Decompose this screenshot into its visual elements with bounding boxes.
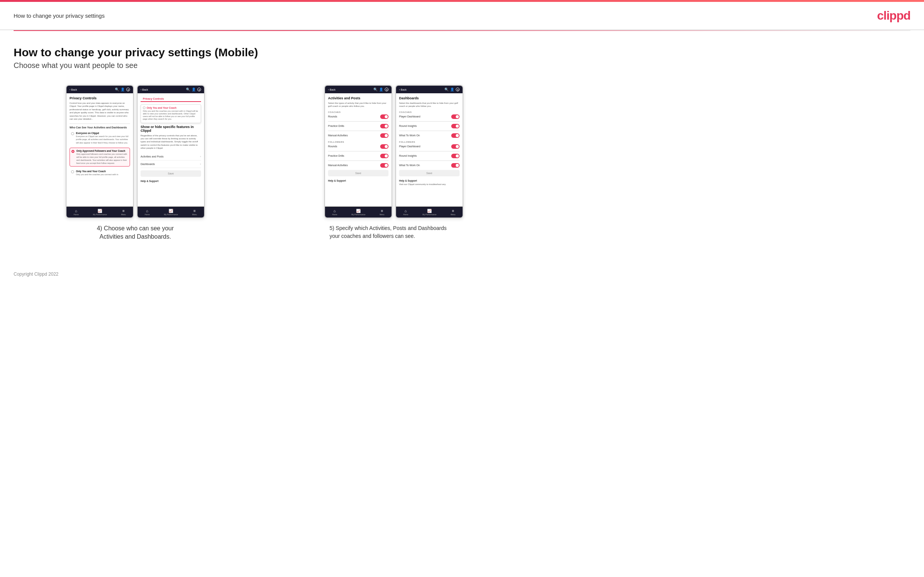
people-icon-5b[interactable]: 👤 bbox=[450, 88, 454, 91]
home-label-5a: Home bbox=[332, 213, 337, 216]
home-label-5b: Home bbox=[403, 213, 408, 216]
nav-home-5b[interactable]: ⌂ Home bbox=[403, 209, 408, 216]
search-icon-5a[interactable]: 🔍 bbox=[373, 88, 378, 91]
people-icon-5a[interactable]: 👤 bbox=[379, 88, 383, 91]
toggle-rounds-followers-switch[interactable] bbox=[380, 144, 388, 149]
header: How to change your privacy settings clip… bbox=[0, 2, 924, 30]
toggle-player-dash-followers-switch[interactable] bbox=[451, 144, 460, 149]
radio-everyone[interactable] bbox=[71, 132, 74, 135]
toggle-drills-followers-switch[interactable] bbox=[380, 154, 388, 158]
option-approved-label: Only Approved Followers and Your Coach bbox=[76, 150, 128, 152]
people-icon-4b[interactable]: 👤 bbox=[192, 88, 196, 91]
radio-approved[interactable] bbox=[71, 150, 74, 153]
nav-perf-4a[interactable]: 📈 My Performance bbox=[93, 209, 107, 216]
option-coach-only-content: Only You and Your Coach Only you and the… bbox=[76, 170, 118, 176]
save-button-5a[interactable]: Save bbox=[328, 170, 388, 176]
settings-icon-5b[interactable]: ⊕ bbox=[456, 88, 460, 91]
nav-menu-4a[interactable]: ≡ Menu bbox=[121, 209, 126, 216]
help-support-desc-5b: Visit our Clippd community to troublesho… bbox=[399, 183, 460, 186]
back-button-4a[interactable]: ‹ Back bbox=[69, 89, 77, 91]
phone-5a-bottom-nav: ⌂ Home 📈 My Performance ≡ Menu bbox=[325, 206, 391, 218]
drills-followers-label: Practice Drills bbox=[328, 155, 344, 157]
followers-label-5b: FOLLOWERS bbox=[399, 141, 460, 143]
back-button-5b[interactable]: ‹ Back bbox=[399, 89, 407, 91]
nav-menu-5a[interactable]: ≡ Menu bbox=[380, 209, 385, 216]
nav-home-4a[interactable]: ⌂ Home bbox=[74, 209, 79, 216]
settings-icon-5a[interactable]: ⊕ bbox=[385, 88, 388, 91]
rounds-coaches-label: Rounds bbox=[328, 115, 337, 118]
toggle-drills-followers: Practice Drills bbox=[328, 154, 388, 158]
save-button-4b[interactable]: Save bbox=[141, 170, 201, 177]
nav-icons-4a: 🔍 👤 ⊕ bbox=[115, 88, 130, 91]
option-coach-only[interactable]: Only You and Your Coach Only you and the… bbox=[69, 168, 130, 177]
manual-coaches-label: Manual Activities bbox=[328, 134, 348, 137]
home-icon-5a: ⌂ bbox=[334, 209, 336, 213]
show-hide-desc: Regardless of the privacy controls that … bbox=[141, 134, 201, 150]
div-5b-4 bbox=[399, 161, 460, 161]
menu-dashboards[interactable]: Dashboards › bbox=[141, 161, 201, 168]
nav-perf-5b[interactable]: 📈 My Performance bbox=[423, 209, 436, 216]
settings-icon-4a[interactable]: ⊕ bbox=[126, 88, 130, 91]
caption-5: 5) Specify which Activities, Posts and D… bbox=[330, 224, 458, 240]
toggle-player-dash-followers: Player Dashboard bbox=[399, 144, 460, 149]
popup-option-label: Only You and Your Coach bbox=[143, 106, 199, 109]
phone-5b-content: Dashboards Select the dashboards that yo… bbox=[396, 93, 462, 206]
menu-label-5b: Menu bbox=[451, 213, 456, 216]
search-icon-5b[interactable]: 🔍 bbox=[444, 88, 449, 91]
activities-posts-desc: Select the types of activity that you'd … bbox=[328, 102, 388, 108]
chevron-dashboards: › bbox=[200, 162, 201, 166]
toggle-round-insights-coaches-switch[interactable] bbox=[451, 124, 460, 128]
toggle-player-dash-coaches-switch[interactable] bbox=[451, 114, 460, 119]
option-everyone[interactable]: Everyone on Clippd Everyone on Clippd ca… bbox=[69, 130, 130, 145]
privacy-controls-title: Privacy Controls bbox=[69, 96, 130, 100]
nav-perf-4b[interactable]: 📈 My Performance bbox=[164, 209, 178, 216]
option-approved[interactable]: Only Approved Followers and Your Coach O… bbox=[69, 148, 130, 167]
toggle-rounds-coaches-switch[interactable] bbox=[380, 114, 388, 119]
settings-icon-4b[interactable]: ⊕ bbox=[197, 88, 201, 91]
nav-menu-4b[interactable]: ≡ Menu bbox=[192, 209, 197, 216]
tab-indicator-4b: Privacy Controls bbox=[141, 96, 201, 102]
nav-home-5a[interactable]: ⌂ Home bbox=[332, 209, 337, 216]
perf-label-4b: My Performance bbox=[164, 213, 178, 216]
nav-icons-5b: 🔍 👤 ⊕ bbox=[444, 88, 460, 91]
toggle-wtwon-coaches-switch[interactable] bbox=[451, 133, 460, 138]
toggle-wtwon-coaches: What To Work On bbox=[399, 133, 460, 138]
back-button-5a[interactable]: ‹ Back bbox=[328, 89, 336, 91]
home-label-4b: Home bbox=[145, 213, 150, 216]
help-support-4b: Help & Support bbox=[141, 180, 201, 182]
save-button-5b[interactable]: Save bbox=[399, 170, 460, 176]
nav-menu-5b[interactable]: ≡ Menu bbox=[451, 209, 456, 216]
home-icon-5b: ⌂ bbox=[405, 209, 407, 213]
tab-privacy-controls[interactable]: Privacy Controls bbox=[141, 96, 166, 102]
menu-activities-posts[interactable]: Activities and Posts › bbox=[141, 153, 201, 161]
search-icon-4b[interactable]: 🔍 bbox=[186, 88, 190, 91]
nav-perf-5a[interactable]: 📈 My Performance bbox=[351, 209, 365, 216]
phone-5a-content: Activities and Posts Select the types of… bbox=[325, 93, 391, 206]
phone-5b-bottom-nav: ⌂ Home 📈 My Performance ≡ Menu bbox=[396, 206, 462, 218]
round-insights-followers-label: Round Insights bbox=[399, 155, 417, 157]
rounds-followers-label: Rounds bbox=[328, 145, 337, 148]
nav-home-4b[interactable]: ⌂ Home bbox=[145, 209, 150, 216]
option-everyone-desc: Everyone on Clippd can search for you an… bbox=[76, 135, 129, 143]
menu-label-4a: Menu bbox=[121, 213, 126, 216]
popup-radio[interactable] bbox=[143, 106, 145, 109]
who-can-see-label: Who Can See Your Activities and Dashboar… bbox=[69, 126, 130, 129]
toggle-manual-coaches-switch[interactable] bbox=[380, 133, 388, 138]
divider-4a bbox=[69, 124, 130, 124]
drills-coaches-label: Practice Drills bbox=[328, 125, 344, 127]
toggle-manual-followers-switch[interactable] bbox=[380, 163, 388, 168]
people-icon-4a[interactable]: 👤 bbox=[121, 88, 125, 91]
toggle-round-insights-followers-switch[interactable] bbox=[451, 154, 460, 158]
search-icon-4a[interactable]: 🔍 bbox=[115, 88, 119, 91]
perf-label-5b: My Performance bbox=[423, 213, 436, 216]
perf-icon-4a: 📈 bbox=[97, 209, 102, 213]
toggle-wtwon-followers-switch[interactable] bbox=[451, 163, 460, 168]
logo: clippd bbox=[877, 9, 910, 23]
radio-coach-only[interactable] bbox=[71, 170, 74, 173]
back-button-4b[interactable]: ‹ Back bbox=[141, 89, 148, 91]
toggle-drills-coaches-switch[interactable] bbox=[380, 124, 388, 128]
phone-5a: ‹ Back 🔍 👤 ⊕ Activities and Posts Sel bbox=[324, 85, 392, 218]
div-5b-2 bbox=[399, 131, 460, 131]
wtwon-followers-label: What To Work On bbox=[399, 164, 420, 166]
caption-4: 4) Choose who can see your Activities an… bbox=[94, 224, 177, 241]
